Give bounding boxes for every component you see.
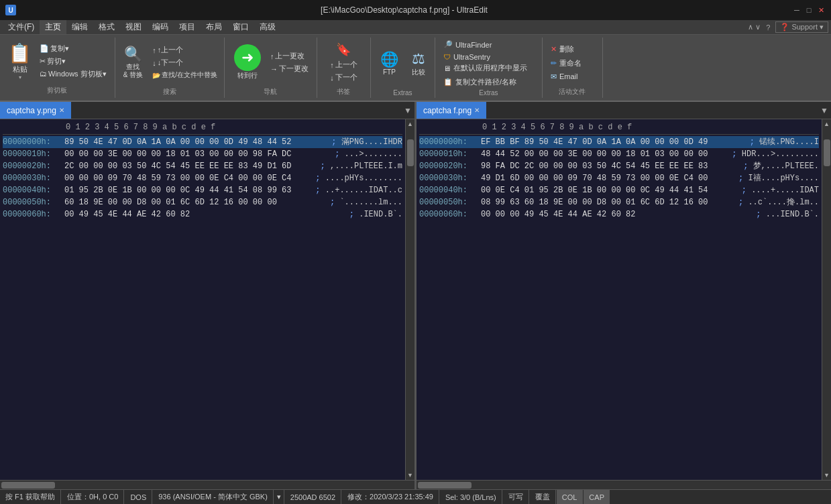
- cut-button[interactable]: ✂ 剪切▾: [37, 56, 109, 67]
- right-scroll-down[interactable]: ▼: [822, 470, 831, 480]
- menu-format[interactable]: 格式: [93, 20, 120, 34]
- hex-row-left-3[interactable]: 00000030h: 00 00 00 09 70 48 59 73 00 00…: [3, 172, 402, 184]
- left-scroll-down[interactable]: ▼: [406, 470, 414, 480]
- hex-row-right-1[interactable]: 00000010h: 48 44 52 00 00 00 3E 00 00 00…: [419, 148, 819, 160]
- nav-label: 导航: [264, 87, 277, 97]
- writable-display[interactable]: 可写: [503, 490, 529, 504]
- menu-layout[interactable]: 布局: [201, 20, 227, 34]
- expand-icon: ∧ ∨: [748, 23, 761, 32]
- left-scroll-thumb[interactable]: [407, 139, 414, 166]
- bm-down-icon: ↓: [330, 74, 334, 82]
- ultrasentry-button[interactable]: 🛡 UltraSentry: [441, 52, 537, 62]
- right-tab-close[interactable]: ✕: [474, 107, 480, 114]
- hex-row-left-6[interactable]: 00000060h: 00 49 45 4E 44 AE 42 60 82 ; …: [3, 208, 402, 220]
- statusbar: 按 F1 获取帮助 位置：0H, 0 C0 DOS 936 (ANSI/OEM …: [0, 489, 831, 504]
- right-vscroll[interactable]: ▲ ▼: [822, 119, 831, 480]
- copy-path-button[interactable]: 📋 复制文件路径/名称: [441, 76, 537, 88]
- tab-scroll-right[interactable]: ▼: [401, 106, 414, 115]
- modified-display[interactable]: 修改：2020/3/23 21:35:49: [342, 490, 439, 504]
- clipboard-dropdown-button[interactable]: 🗂 Windows 剪切板▾: [37, 68, 109, 80]
- menu-window[interactable]: 窗口: [227, 20, 254, 34]
- menu-file[interactable]: 文件(F): [3, 20, 40, 34]
- hex-row-right-0[interactable]: 00000000h: EF BB BF 89 50 4E 47 0D 0A 1A…: [419, 136, 819, 148]
- close-button[interactable]: ✕: [816, 5, 826, 15]
- email-icon: ✉: [551, 72, 557, 81]
- hex-row-right-2[interactable]: 00000020h: 98 FA DC 2C 00 00 00 03 50 4C…: [419, 160, 819, 172]
- ftp-button[interactable]: 🌐 FTP: [376, 48, 402, 78]
- ultra-group: 🔎 UltraFinder 🛡 UltraSentry 🖥 在默认应用程序中显示…: [435, 38, 543, 98]
- support-button[interactable]: ❓ Support ▾: [775, 21, 828, 33]
- hex-row-left-4[interactable]: 00000040h: 01 95 2B 0E 1B 00 00 00 0C 49…: [3, 184, 402, 196]
- bookmark-prev-button[interactable]: ↑ 上一个: [327, 59, 360, 70]
- menu-edit[interactable]: 编辑: [66, 20, 93, 34]
- left-tab[interactable]: captcha y.png ✕: [0, 102, 71, 119]
- menu-view[interactable]: 视图: [120, 20, 147, 34]
- col-display[interactable]: COL: [557, 490, 584, 504]
- right-hex-content[interactable]: 0 1 2 3 4 5 6 7 8 9 a b c d e f 00000000…: [417, 119, 822, 480]
- overwrite-display[interactable]: 覆盖: [530, 490, 556, 504]
- left-vscroll[interactable]: ▲ ▼: [405, 119, 414, 480]
- ftp-compare-group: 🌐 FTP ⚖ 比较 Extras: [371, 38, 435, 98]
- paste-button[interactable]: 📋 粘贴 ▾: [5, 41, 34, 82]
- left-hex-content[interactable]: 0 1 2 3 4 5 6 7 8 9 a b c d e f 00000000…: [0, 119, 405, 480]
- help-text: 按 F1 获取帮助: [0, 490, 61, 504]
- ultrafinder-button[interactable]: 🔎 UltraFinder: [441, 40, 537, 50]
- hex-row-right-4[interactable]: 00000040h: 00 0E C4 01 95 2B 0E 1B 00 00…: [419, 184, 819, 196]
- menu-project[interactable]: 项目: [174, 20, 201, 34]
- copy-path-icon: 📋: [443, 78, 453, 86]
- address-display[interactable]: 2500AD 6502: [285, 490, 341, 504]
- left-scroll-up[interactable]: ▲: [406, 119, 414, 129]
- right-hscroll[interactable]: [417, 480, 831, 489]
- left-tab-label: captcha y.png: [7, 106, 56, 115]
- left-tab-close[interactable]: ✕: [59, 107, 64, 114]
- right-tab[interactable]: captcha f.png ✕: [417, 102, 486, 119]
- hex-row-right-6[interactable]: 00000060h: 00 00 00 49 45 4E 44 AE 42 60…: [419, 208, 819, 220]
- bookmark-next-button[interactable]: ↓ 下一个: [327, 72, 360, 83]
- dropdown-icon[interactable]: ▾: [274, 490, 284, 504]
- hex-row-right-3[interactable]: 00000030h: 49 D1 6D 00 00 00 09 70 48 59…: [419, 172, 819, 184]
- find-replace-button[interactable]: 🔍 查找& 替换: [119, 43, 147, 82]
- arrow-down-icon: ↓: [152, 59, 156, 67]
- extras-label: Extras: [441, 89, 537, 97]
- right-hscroll-thumb[interactable]: [418, 482, 472, 489]
- search-prev-button[interactable]: ↑ ↑上一个: [150, 44, 220, 56]
- hex-row-left-1[interactable]: 00000010h: 00 00 00 3E 00 00 00 18 01 03…: [3, 148, 402, 160]
- codepage-display[interactable]: 936 (ANSI/OEM - 简体中文 GBK): [153, 490, 274, 504]
- open-icon: 🖥: [443, 64, 451, 72]
- help-question-icon: ?: [766, 23, 770, 32]
- clipboard-label: 剪切板: [47, 86, 67, 95]
- hex-row-left-0[interactable]: 00000000h: 89 50 4E 47 0D 0A 1A 0A 00 00…: [3, 136, 402, 148]
- nav-next-change[interactable]: → 下一更改: [268, 63, 311, 74]
- titlebar-controls: ─ □ ✕: [792, 5, 826, 15]
- encoding-display[interactable]: DOS: [125, 490, 152, 504]
- maximize-button[interactable]: □: [804, 5, 814, 15]
- cap-display[interactable]: CAP: [584, 490, 610, 504]
- copy-button[interactable]: 📄 复制▾: [37, 43, 109, 54]
- hex-row-left-2[interactable]: 00000020h: 2C 00 00 00 03 50 4C 54 45 EE…: [3, 160, 402, 172]
- right-scroll-up[interactable]: ▲: [822, 119, 831, 129]
- compare-button[interactable]: ⚖ 比较: [408, 48, 429, 80]
- clipboard-icon: 🗂: [40, 70, 47, 78]
- minimize-button[interactable]: ─: [792, 5, 801, 15]
- open-default-button[interactable]: 🖥 在默认应用程序中显示: [441, 62, 537, 74]
- nav-prev-change[interactable]: ↑ 上一更改: [268, 50, 311, 62]
- menu-advanced[interactable]: 高级: [254, 20, 281, 34]
- find-in-files-button[interactable]: 📂 查找/在文件中替换: [150, 70, 220, 80]
- position-display[interactable]: 位置：0H, 0 C0: [62, 490, 124, 504]
- right-tab-scroll[interactable]: ▼: [818, 106, 831, 115]
- selection-display[interactable]: Sel: 3/0 (B/Lns): [440, 490, 502, 504]
- menu-home[interactable]: 主页: [40, 20, 66, 34]
- goto-button[interactable]: ➜ 转到行: [230, 42, 265, 83]
- delete-button[interactable]: ✕ 删除: [548, 44, 597, 55]
- left-hscroll-thumb[interactable]: [1, 482, 55, 489]
- rename-button[interactable]: ✏ 重命名: [548, 58, 597, 69]
- email-button[interactable]: ✉ Email: [548, 72, 597, 82]
- search-next-button[interactable]: ↓ ↓下一个: [150, 57, 220, 68]
- menu-encoding[interactable]: 编码: [147, 20, 174, 34]
- left-hscroll[interactable]: [0, 480, 414, 489]
- hex-row-left-5[interactable]: 00000050h: 60 18 9E 00 00 D8 00 01 6C 6D…: [3, 196, 402, 208]
- rename-icon: ✏: [551, 59, 557, 68]
- bookmark-btn[interactable]: 🔖: [333, 42, 353, 58]
- hex-row-right-5[interactable]: 00000050h: 08 99 63 60 18 9E 00 00 D8 00…: [419, 196, 819, 208]
- right-scroll-thumb[interactable]: [824, 139, 830, 166]
